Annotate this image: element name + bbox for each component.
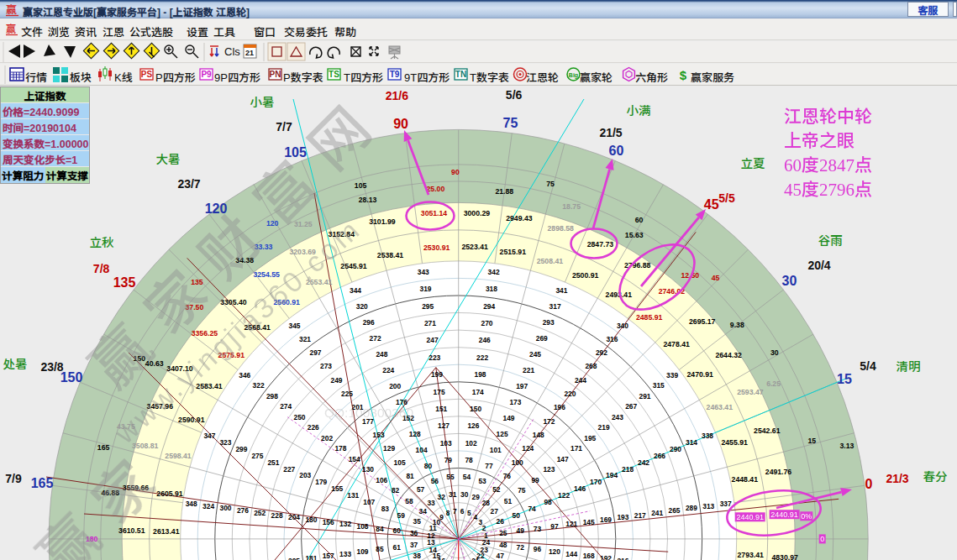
svg-text:2538.41: 2538.41: [377, 251, 404, 259]
svg-text:337: 337: [720, 500, 732, 508]
svg-text:150: 150: [470, 405, 481, 413]
svg-text:205: 205: [288, 557, 300, 560]
svg-text:198: 198: [475, 370, 486, 379]
svg-text:76: 76: [503, 472, 512, 480]
svg-text:100: 100: [512, 458, 523, 467]
svg-text:2545.91: 2545.91: [340, 262, 367, 270]
svg-text:53: 53: [478, 477, 486, 485]
svg-text:194: 194: [606, 471, 618, 479]
svg-text:132: 132: [339, 520, 351, 528]
svg-text:271: 271: [424, 319, 436, 327]
svg-text:45: 45: [704, 197, 719, 212]
svg-text:121: 121: [565, 520, 577, 528]
svg-text:298: 298: [266, 392, 278, 400]
svg-text:318: 318: [486, 285, 497, 293]
svg-text:59: 59: [397, 511, 406, 520]
svg-text:317: 317: [549, 302, 561, 311]
svg-text:2448.41: 2448.41: [732, 475, 759, 484]
svg-text:344: 344: [350, 286, 361, 295]
svg-text:168: 168: [583, 552, 595, 560]
svg-text:195: 195: [584, 434, 596, 442]
svg-text:TS: TS: [329, 70, 339, 79]
svg-text:34: 34: [419, 507, 428, 516]
svg-text:0: 0: [865, 477, 873, 491]
svg-text:174: 174: [472, 388, 484, 396]
svg-text:294: 294: [483, 302, 495, 311]
svg-text:49: 49: [517, 526, 525, 535]
svg-text:245: 245: [529, 350, 541, 359]
svg-text:72: 72: [517, 543, 525, 552]
svg-text:21/6: 21/6: [386, 89, 408, 102]
svg-text:321: 321: [299, 335, 311, 343]
svg-text:96: 96: [534, 545, 542, 553]
svg-text:225: 225: [341, 390, 353, 398]
svg-text:99: 99: [531, 476, 539, 484]
svg-text:175: 175: [434, 388, 445, 396]
svg-text:2542.61: 2542.61: [754, 427, 781, 435]
svg-text:75: 75: [518, 486, 526, 495]
svg-text:3101.99: 3101.99: [369, 217, 396, 226]
svg-text:33: 33: [427, 499, 435, 507]
svg-text:2793.41: 2793.41: [737, 551, 764, 559]
svg-text:316: 316: [606, 335, 618, 343]
svg-text:24: 24: [482, 538, 491, 547]
svg-text:104: 104: [416, 446, 428, 454]
svg-text:2590.91: 2590.91: [178, 416, 205, 424]
svg-text:106: 106: [376, 476, 387, 484]
svg-text:26: 26: [497, 517, 505, 526]
svg-text:57: 57: [417, 485, 425, 494]
svg-text:147: 147: [557, 455, 569, 463]
svg-text:224: 224: [382, 366, 394, 374]
svg-text:30: 30: [782, 274, 797, 288]
svg-text:PS: PS: [141, 70, 153, 79]
svg-text:153: 153: [373, 431, 385, 439]
svg-text:2455.91: 2455.91: [721, 438, 748, 447]
svg-text:289: 289: [686, 504, 697, 512]
svg-text:219: 219: [598, 423, 610, 432]
svg-text:226: 226: [308, 423, 319, 432]
svg-text:38: 38: [413, 552, 422, 560]
svg-text:2523.41: 2523.41: [461, 243, 488, 251]
svg-text:81: 81: [406, 472, 414, 480]
svg-text:80: 80: [424, 462, 433, 470]
svg-text:谷雨: 谷雨: [818, 231, 843, 249]
svg-text:上帝之眼: 上帝之眼: [784, 127, 854, 152]
svg-text:296: 296: [363, 318, 375, 327]
svg-text:56: 56: [431, 477, 439, 485]
svg-text:5/6: 5/6: [506, 88, 523, 102]
svg-text:346: 346: [239, 371, 250, 379]
svg-text:252: 252: [254, 509, 266, 517]
svg-text:江恩轮中轮: 江恩轮中轮: [784, 102, 872, 128]
svg-text:3051.14: 3051.14: [421, 209, 448, 217]
svg-text:126: 126: [467, 421, 479, 430]
svg-text:35: 35: [413, 517, 422, 526]
svg-text:274: 274: [280, 402, 292, 411]
svg-text:314: 314: [686, 438, 697, 447]
svg-text:60: 60: [609, 144, 624, 158]
svg-text:148: 148: [533, 431, 544, 439]
svg-text:2508.41: 2508.41: [537, 257, 564, 265]
svg-text:108: 108: [357, 522, 369, 531]
svg-text:74: 74: [528, 505, 536, 513]
svg-text:5/5: 5/5: [718, 191, 735, 205]
svg-text:55: 55: [446, 473, 455, 481]
svg-text:29: 29: [472, 493, 481, 501]
svg-text:291: 291: [639, 392, 651, 400]
svg-text:2613.41: 2613.41: [153, 527, 180, 536]
svg-text:204: 204: [288, 513, 300, 521]
svg-text:217: 217: [634, 511, 646, 520]
svg-text:28.13: 28.13: [359, 196, 377, 204]
svg-text:15.63: 15.63: [625, 231, 644, 239]
svg-text:203: 203: [299, 471, 311, 479]
svg-text:250: 250: [294, 413, 306, 421]
svg-text:60: 60: [393, 526, 402, 535]
svg-text:265: 265: [669, 506, 681, 515]
svg-text:60: 60: [635, 216, 644, 224]
svg-text:85: 85: [376, 545, 384, 553]
svg-text:75: 75: [546, 180, 555, 188]
svg-text:37: 37: [410, 541, 418, 549]
svg-text:156: 156: [323, 518, 334, 526]
svg-text:202: 202: [321, 434, 333, 442]
svg-text:QQ:100800360: QQ:100800360: [324, 406, 413, 420]
svg-text:赢: 赢: [6, 23, 16, 35]
